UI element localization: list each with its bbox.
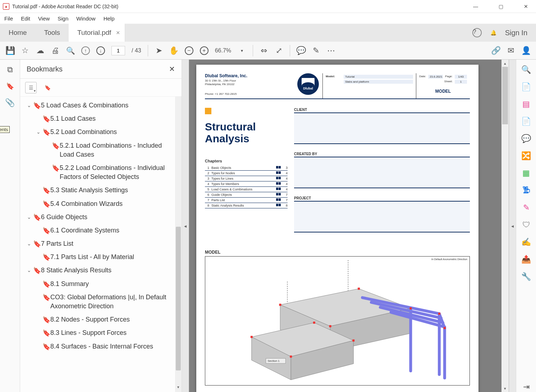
tab-tools[interactable]: Tools bbox=[36, 24, 69, 42]
zoom-out-icon[interactable]: − bbox=[185, 46, 193, 55]
thumbnails-icon[interactable]: ⧉ bbox=[5, 65, 15, 75]
chapter-row: 5Load Cases & Combinations4 bbox=[205, 187, 288, 192]
tab-document[interactable]: Tutorial.pdf × bbox=[69, 24, 125, 42]
close-panel-icon[interactable]: ✕ bbox=[169, 65, 175, 73]
bookmark-item[interactable]: ⌄🔖5.2 Load Combinations bbox=[22, 125, 182, 139]
bookmark-item[interactable]: ⌄🔖7 Parts List bbox=[22, 237, 182, 250]
bookmark-item[interactable]: 🔖8.4 Surfaces - Basic Internal Forces bbox=[22, 340, 182, 353]
menu-sign[interactable]: Sign bbox=[58, 15, 68, 22]
bookmarks-list[interactable]: ▴ ▾ ⌄🔖5 Load Cases & Combinations🔖5.1 Lo… bbox=[20, 97, 182, 392]
send-icon[interactable]: 📤 bbox=[521, 254, 531, 264]
scrollbar-thumb[interactable] bbox=[176, 227, 181, 370]
more-tools-icon[interactable]: ⋯ bbox=[327, 46, 335, 55]
more-tools-right-icon[interactable]: 🔧 bbox=[521, 272, 531, 282]
bookmark-label: 5.2.2 Load Combinations - Individual Fac… bbox=[60, 163, 179, 181]
bookmark-item[interactable]: ⌄🔖8 Static Analysis Results bbox=[22, 264, 182, 277]
comment-icon[interactable]: 💬 bbox=[297, 46, 305, 55]
page-up-icon[interactable]: ↑ bbox=[81, 46, 90, 55]
document-scrollbar[interactable]: ▴ ▾ bbox=[501, 60, 509, 392]
bookmarks-scrollbar[interactable]: ▴ ▾ bbox=[175, 97, 182, 392]
help-icon[interactable]: ? bbox=[472, 28, 482, 37]
chevron-icon[interactable]: ⌄ bbox=[35, 129, 42, 135]
bookmark-item[interactable]: 🔖8.1 Summary bbox=[22, 277, 182, 291]
bookmark-item[interactable]: 🔖8.3 Lines - Support Forces bbox=[22, 326, 182, 340]
search-tool-icon[interactable]: 🔍 bbox=[521, 65, 531, 75]
menu-view[interactable]: View bbox=[38, 15, 50, 22]
page-down-icon[interactable]: ↓ bbox=[96, 46, 105, 55]
share-link-icon[interactable]: 🔗 bbox=[491, 46, 500, 55]
compress-icon[interactable]: 🗜 bbox=[521, 185, 531, 195]
page-viewport[interactable]: Dlubal Software, Inc. 30 S 15th St., 15t… bbox=[189, 60, 501, 392]
fit-width-icon[interactable]: ⇔ bbox=[260, 46, 268, 55]
bookmark-item[interactable]: 🔖5.2.1 Load Combinations - Included Load… bbox=[22, 139, 182, 161]
zoom-in-icon[interactable]: + bbox=[200, 46, 209, 55]
zoom-dropdown-icon[interactable]: ▾ bbox=[238, 46, 246, 55]
comment-tool-icon[interactable]: 💬 bbox=[521, 134, 531, 144]
bookmark-item[interactable]: 🔖5.1 Load Cases bbox=[22, 112, 182, 125]
document-scrollbar-thumb[interactable] bbox=[502, 67, 508, 124]
bookmark-item[interactable]: 🔖8.2 Nodes - Support Forces bbox=[22, 313, 182, 326]
menu-edit[interactable]: Edit bbox=[21, 15, 30, 22]
collapse-right-icon[interactable]: ◂ bbox=[509, 60, 516, 392]
page-number-input[interactable] bbox=[111, 46, 125, 55]
bookmark-item[interactable]: 🔖7.1 Parts List - All by Material bbox=[22, 250, 182, 264]
search-icon[interactable]: 🔍 bbox=[66, 46, 75, 55]
menu-help[interactable]: Help bbox=[104, 15, 115, 22]
menu-window[interactable]: Window bbox=[76, 15, 95, 22]
hand-tool-icon[interactable]: ✋ bbox=[170, 46, 178, 55]
export-pdf-icon[interactable]: 📄 bbox=[521, 82, 531, 92]
protect-icon[interactable]: 🛡 bbox=[521, 220, 531, 230]
bookmark-item[interactable]: 🔖5.3 Static Analysis Settings bbox=[22, 184, 182, 197]
edit-pdf-icon[interactable]: ▤ bbox=[521, 99, 531, 109]
bookmark-options-button[interactable]: ☰▾ bbox=[25, 82, 37, 93]
bell-icon[interactable]: 🔔 bbox=[490, 30, 496, 36]
star-icon[interactable]: ☆ bbox=[21, 46, 29, 55]
chapter-row: 2Types for Nodes4 bbox=[205, 171, 288, 176]
bookmark-item[interactable]: 🔖5.2.2 Load Combinations - Individual Fa… bbox=[22, 161, 182, 184]
redact-icon[interactable]: ✎ bbox=[521, 203, 531, 213]
collapse-left-icon[interactable]: ◂ bbox=[182, 60, 189, 392]
maximize-button[interactable]: ▢ bbox=[494, 4, 508, 9]
fill-sign-icon[interactable]: ✍ bbox=[521, 237, 531, 247]
close-button[interactable]: ✕ bbox=[519, 4, 533, 9]
expand-pane-icon[interactable]: ⇥ bbox=[521, 382, 531, 392]
chapter-row: 1Basic Objects3 bbox=[205, 165, 288, 171]
bookmark-label: 5.2.1 Load Combinations - Included Load … bbox=[60, 141, 179, 159]
zoom-value[interactable]: 66.7% bbox=[215, 47, 231, 54]
sign-in-button[interactable]: Sign In bbox=[505, 29, 527, 37]
titlebar: ▲ Tutorial.pdf - Adobe Acrobat Reader DC… bbox=[0, 0, 536, 13]
fit-page-icon[interactable]: ⤢ bbox=[275, 46, 283, 55]
organize-icon[interactable]: ▦ bbox=[521, 168, 531, 178]
chevron-icon[interactable]: ⌄ bbox=[25, 102, 33, 108]
combine-icon[interactable]: 🔀 bbox=[521, 151, 531, 161]
bookmark-item[interactable]: ⌄🔖6 Guide Objects bbox=[22, 211, 182, 224]
doc-model-label: Model: bbox=[326, 75, 344, 79]
model-heading: MODEL bbox=[205, 250, 470, 255]
save-icon[interactable]: 💾 bbox=[6, 46, 14, 55]
tab-home[interactable]: Home bbox=[0, 24, 36, 42]
menu-file[interactable]: File bbox=[4, 15, 13, 22]
bookmark-item[interactable]: 🔖CO3: Global Deformations |u|, In Defaul… bbox=[22, 291, 182, 313]
add-user-icon[interactable]: 👤 bbox=[522, 46, 530, 55]
chevron-icon[interactable]: ⌄ bbox=[25, 214, 33, 220]
chevron-icon[interactable]: ⌄ bbox=[25, 241, 33, 246]
cloud-upload-icon[interactable]: ☁ bbox=[36, 46, 45, 55]
minimize-button[interactable]: — bbox=[468, 4, 483, 9]
tab-close-icon[interactable]: × bbox=[116, 29, 120, 37]
find-bookmark-button[interactable]: 🔖 bbox=[42, 82, 53, 93]
model-diagram: In Default Axonometric Direction bbox=[205, 256, 470, 386]
highlight-icon[interactable]: ✎ bbox=[312, 46, 320, 55]
bookmark-item[interactable]: 🔖6.1 Coordinate Systems bbox=[22, 224, 182, 237]
bookmarks-icon[interactable]: 🔖 bbox=[5, 81, 15, 91]
bookmark-item[interactable]: ⌄🔖5 Load Cases & Combinations bbox=[22, 99, 182, 112]
chevron-icon[interactable]: ⌄ bbox=[25, 267, 33, 273]
bookmark-item[interactable]: 🔖5.4 Combination Wizards bbox=[22, 197, 182, 211]
email-icon[interactable]: ✉ bbox=[507, 46, 515, 55]
bookmark-label: 5.3 Static Analysis Settings bbox=[50, 186, 179, 195]
select-tool-icon[interactable]: ➤ bbox=[155, 46, 163, 55]
bookmark-label: 5.2 Load Combinations bbox=[50, 128, 179, 137]
date-value: 23.6.2021 bbox=[428, 75, 443, 79]
create-pdf-icon[interactable]: 📄 bbox=[521, 116, 531, 126]
attachments-icon[interactable]: 📎 bbox=[5, 98, 15, 108]
print-icon[interactable]: 🖨 bbox=[51, 46, 60, 55]
